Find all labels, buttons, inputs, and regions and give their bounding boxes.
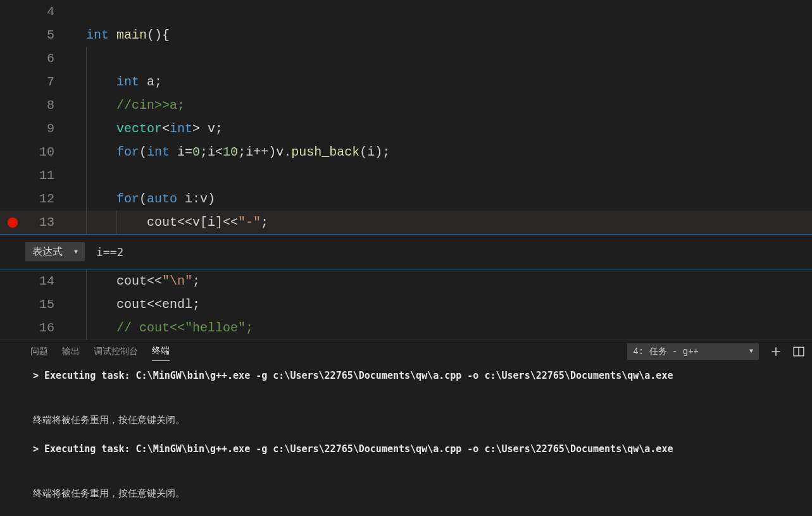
indent-guide xyxy=(116,211,117,234)
bottom-panel: 问题输出调试控制台终端 4: 任务 - g++ ▼ > Executing ta… xyxy=(0,340,812,516)
indent-guide xyxy=(86,70,87,94)
line-number: 6 xyxy=(25,47,71,70)
code-line[interactable]: 9 vector<int> v; xyxy=(0,117,812,140)
line-number: 7 xyxy=(25,70,71,94)
breakpoint-gutter[interactable] xyxy=(0,316,25,340)
terminal-line: 终端将被任务重用，按任意键关闭。 xyxy=(33,486,812,501)
line-number: 10 xyxy=(25,140,71,164)
line-number: 8 xyxy=(25,94,71,117)
breakpoint-gutter[interactable] xyxy=(0,117,25,140)
terminal-line xyxy=(33,427,812,442)
code-line[interactable]: 15 cout<<endl; xyxy=(0,293,812,316)
breakpoint-gutter[interactable] xyxy=(0,70,25,94)
code-line[interactable]: 16 // cout<<"helloe"; xyxy=(0,316,812,340)
indent-guide xyxy=(86,211,87,234)
terminal-line xyxy=(33,472,812,486)
code-content[interactable] xyxy=(71,164,86,187)
indent-guide xyxy=(86,316,87,340)
code-content[interactable] xyxy=(71,47,86,70)
panel-tab-bar: 问题输出调试控制台终端 4: 任务 - g++ ▼ xyxy=(0,340,812,362)
breakpoint-gutter[interactable] xyxy=(0,94,25,117)
terminal-selector-dropdown[interactable]: 4: 任务 - g++ ▼ xyxy=(627,343,759,360)
breakpoint-gutter[interactable] xyxy=(0,211,25,234)
indent-guide xyxy=(86,140,87,164)
terminal-line xyxy=(33,398,812,413)
condition-expression-input[interactable] xyxy=(96,245,349,259)
terminal-output[interactable]: > Executing task: C:\MinGW\bin\g++.exe -… xyxy=(0,362,812,501)
code-line[interactable]: 8 //cin>>a; xyxy=(0,94,812,117)
breakpoint-gutter[interactable] xyxy=(0,140,25,164)
code-content[interactable]: vector<int> v; xyxy=(71,117,223,140)
line-number: 11 xyxy=(25,164,71,187)
code-content[interactable]: cout<<"\n"; xyxy=(71,269,200,293)
breakpoint-gutter[interactable] xyxy=(0,187,25,211)
line-number: 12 xyxy=(25,187,71,211)
code-content[interactable]: int a; xyxy=(71,70,162,94)
code-line[interactable]: 7 int a; xyxy=(0,70,812,94)
breakpoint-gutter[interactable] xyxy=(0,23,25,47)
panel-tab[interactable]: 问题 xyxy=(30,342,48,361)
chevron-down-icon: ▼ xyxy=(74,249,78,255)
code-line[interactable]: 6 xyxy=(0,47,812,70)
code-content[interactable]: cout<<endl; xyxy=(71,293,200,316)
chevron-down-icon: ▼ xyxy=(749,348,753,355)
dropdown-label: 表达式 xyxy=(32,245,63,259)
line-number: 9 xyxy=(25,117,71,140)
indent-guide xyxy=(86,187,87,211)
terminal-line: > Executing task: C:\MinGW\bin\g++.exe -… xyxy=(33,442,812,457)
indent-guide xyxy=(86,164,87,187)
breakpoint-gutter[interactable] xyxy=(0,164,25,187)
breakpoint-gutter[interactable] xyxy=(0,269,25,293)
indent-guide xyxy=(86,47,87,70)
code-content[interactable] xyxy=(71,0,86,23)
code-content[interactable]: cout<<v[i]<<"-"; xyxy=(71,211,268,234)
condition-type-dropdown[interactable]: 表达式 ▼ xyxy=(25,242,85,261)
terminal-line xyxy=(33,457,812,472)
line-number: 14 xyxy=(25,269,71,293)
code-editor-upper[interactable]: 45int main(){67 int a;8 //cin>>a;9 vecto… xyxy=(0,0,812,234)
code-editor-lower[interactable]: 14 cout<<"\n";15 cout<<endl;16 // cout<<… xyxy=(0,269,812,340)
line-number: 16 xyxy=(25,316,71,340)
terminal-selector-label: 4: 任务 - g++ xyxy=(633,346,699,357)
terminal-line xyxy=(33,383,812,398)
code-line[interactable]: 14 cout<<"\n"; xyxy=(0,269,812,293)
code-line[interactable]: 4 xyxy=(0,0,812,23)
terminal-line: > Executing task: C:\MinGW\bin\g++.exe -… xyxy=(33,369,812,383)
breakpoint-icon[interactable] xyxy=(8,218,18,228)
code-content[interactable]: int main(){ xyxy=(71,23,170,47)
code-line[interactable]: 13 cout<<v[i]<<"-"; xyxy=(0,211,812,234)
code-content[interactable]: for(int i=0;i<10;i++)v.push_back(i); xyxy=(71,140,390,164)
panel-tab[interactable]: 输出 xyxy=(62,342,80,361)
indent-guide xyxy=(86,293,87,316)
code-content[interactable]: // cout<<"helloe"; xyxy=(71,316,253,340)
conditional-breakpoint-bar: 表达式 ▼ xyxy=(0,234,812,269)
code-content[interactable]: for(auto i:v) xyxy=(71,187,215,211)
line-number: 15 xyxy=(25,293,71,316)
indent-guide xyxy=(86,117,87,140)
panel-tab[interactable]: 调试控制台 xyxy=(94,342,138,361)
code-line[interactable]: 5int main(){ xyxy=(0,23,812,47)
breakpoint-gutter[interactable] xyxy=(0,293,25,316)
line-number: 4 xyxy=(25,0,71,23)
line-number: 5 xyxy=(25,23,71,47)
code-line[interactable]: 12 for(auto i:v) xyxy=(0,187,812,211)
new-terminal-icon[interactable] xyxy=(770,346,782,357)
panel-tab[interactable]: 终端 xyxy=(152,341,170,361)
terminal-line: 终端将被任务重用，按任意键关闭。 xyxy=(33,413,812,427)
code-line[interactable]: 10 for(int i=0;i<10;i++)v.push_back(i); xyxy=(0,140,812,164)
line-number: 13 xyxy=(25,211,71,234)
breakpoint-gutter[interactable] xyxy=(0,0,25,23)
code-content[interactable]: //cin>>a; xyxy=(71,94,185,117)
breakpoint-gutter[interactable] xyxy=(0,47,25,70)
split-terminal-icon[interactable] xyxy=(793,346,804,357)
indent-guide xyxy=(86,269,87,293)
code-line[interactable]: 11 xyxy=(0,164,812,187)
indent-guide xyxy=(86,94,87,117)
